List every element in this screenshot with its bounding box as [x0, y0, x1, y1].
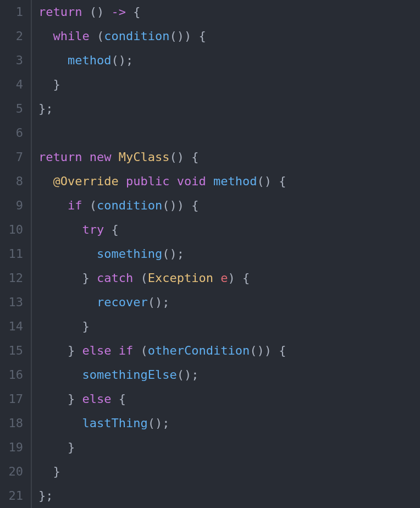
code-line[interactable]: }	[38, 435, 286, 460]
code-token: }	[68, 440, 75, 454]
code-token: ()	[148, 295, 163, 309]
code-line[interactable]: something();	[38, 242, 286, 266]
code-line[interactable]: } else if (otherCondition()) {	[38, 339, 286, 363]
code-line[interactable]	[38, 121, 286, 145]
line-number: 3	[0, 48, 23, 73]
code-token	[272, 174, 279, 188]
code-token: }	[68, 392, 75, 406]
code-token	[90, 271, 97, 285]
code-token: if	[119, 344, 134, 357]
code-line[interactable]: recover();	[38, 290, 286, 314]
code-token: else	[82, 344, 111, 357]
code-line[interactable]: if (condition()) {	[38, 194, 286, 218]
code-token: while	[53, 29, 90, 43]
code-token: {	[191, 198, 198, 212]
code-token	[38, 174, 53, 188]
code-token	[82, 5, 89, 19]
code-content[interactable]: return () -> { while (condition()) { met…	[32, 0, 286, 508]
code-token	[111, 392, 118, 406]
code-token	[82, 150, 89, 164]
code-token: void	[177, 174, 206, 188]
code-token: {	[279, 174, 286, 188]
code-token	[82, 198, 89, 212]
code-line[interactable]: return () -> {	[38, 0, 286, 24]
code-token: ;	[126, 53, 133, 67]
code-token: ;	[162, 295, 169, 309]
code-token	[126, 5, 133, 19]
code-line[interactable]: return new MyClass() {	[38, 145, 286, 169]
code-token	[38, 78, 53, 91]
code-token: something	[97, 247, 162, 261]
code-line[interactable]: while (condition()) {	[38, 24, 286, 48]
code-token	[38, 29, 53, 43]
code-token: condition	[104, 29, 169, 43]
code-token: ;	[162, 416, 169, 430]
code-token: }	[82, 271, 89, 285]
code-token	[206, 174, 213, 188]
code-line[interactable]: somethingElse();	[38, 363, 286, 387]
code-token: }	[53, 78, 60, 91]
code-token: {	[111, 223, 118, 236]
code-token: {	[198, 29, 206, 43]
code-token: ;	[191, 368, 198, 382]
code-line[interactable]: @Override public void method() {	[38, 169, 286, 194]
code-line[interactable]: } else {	[38, 387, 286, 411]
code-token: lastThing	[82, 416, 147, 430]
code-token	[38, 295, 97, 309]
code-line[interactable]: }	[38, 314, 286, 339]
code-token	[38, 440, 68, 454]
code-token: {	[119, 392, 126, 406]
code-token: }	[82, 319, 89, 333]
code-token: ()	[169, 29, 184, 43]
code-token: ()	[177, 368, 192, 382]
code-token	[75, 392, 82, 406]
code-token: };	[38, 489, 53, 503]
code-token	[184, 150, 191, 164]
code-token: ->	[111, 5, 126, 19]
code-line[interactable]: lastThing();	[38, 411, 286, 435]
code-token: ;	[177, 247, 184, 261]
line-number: 20	[0, 460, 23, 484]
code-token: method	[68, 53, 111, 67]
code-token: method	[213, 174, 257, 188]
code-token: (	[140, 344, 147, 357]
code-token	[38, 53, 68, 67]
code-token	[38, 198, 68, 212]
code-line[interactable]: } catch (Exception e) {	[38, 266, 286, 290]
code-line[interactable]: };	[38, 484, 286, 508]
code-token: somethingElse	[82, 368, 176, 382]
code-editor[interactable]: 123456789101112131415161718192021 return…	[0, 0, 420, 508]
code-token: ()	[257, 174, 272, 188]
code-token	[104, 223, 111, 236]
code-token	[111, 150, 118, 164]
code-token	[38, 271, 82, 285]
code-line[interactable]: }	[38, 460, 286, 484]
code-token: ()	[162, 247, 177, 261]
code-token: {	[279, 344, 286, 357]
code-token	[38, 416, 82, 430]
code-line[interactable]: }	[38, 73, 286, 97]
code-token: Exception	[148, 271, 213, 285]
code-token: ()	[148, 416, 163, 430]
line-number: 21	[0, 484, 23, 508]
line-number: 13	[0, 290, 23, 314]
code-token: }	[53, 465, 60, 478]
line-number: 16	[0, 363, 23, 387]
line-number: 12	[0, 266, 23, 290]
code-token: {	[133, 5, 140, 19]
line-number: 14	[0, 314, 23, 339]
code-token	[38, 392, 68, 406]
line-number: 1	[0, 0, 23, 24]
code-token: (	[140, 271, 147, 285]
code-token: )	[228, 271, 235, 285]
code-line[interactable]: try {	[38, 218, 286, 242]
code-line[interactable]: method();	[38, 48, 286, 73]
code-line[interactable]: };	[38, 97, 286, 121]
code-token: ()	[162, 198, 177, 212]
code-token: ()	[169, 150, 184, 164]
code-token: )	[184, 29, 191, 43]
line-number-gutter: 123456789101112131415161718192021	[0, 0, 32, 508]
code-token: recover	[97, 295, 148, 309]
code-token	[75, 344, 82, 357]
code-token	[119, 174, 126, 188]
